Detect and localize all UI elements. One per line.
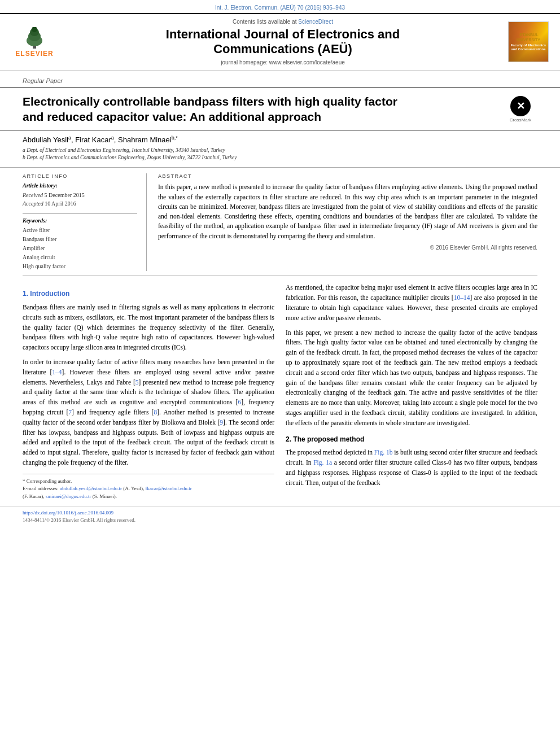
journal-reference: Int. J. Electron. Commun. (AEÜ) 70 (2016… [0,0,560,13]
footer-section: http://dx.doi.org/10.1016/j.aeue.2016.04… [0,506,560,525]
cover-text: ISTANBULUNIVERSITY Faculty of Electronic… [509,32,548,53]
paper-type-label: Regular Paper [23,77,63,84]
body-right-column: As mentioned, the capacitor being major … [286,283,537,500]
keyword-5: High quality factor [23,262,137,271]
affil-sup-a2: a [111,135,114,141]
email-kacar[interactable]: fkacar@istanbul.edu.tr [146,486,192,491]
paper-type-section: Regular Paper [0,71,560,88]
received-date: Received 5 December 2015 [23,191,137,199]
sciencedirect-link[interactable]: ScienceDirect [298,19,333,25]
received-value: 5 December 2015 [45,192,85,198]
elsevier-brand: ELSEVIER [15,50,53,58]
keyword-1: Active filter [23,226,137,235]
email-minaei-name: (S. Minaei). [93,493,117,499]
crossmark-icon: ✕ [510,96,531,116]
ref-link-1-4[interactable]: 1–4 [52,369,62,375]
accepted-label: Accepted [23,200,45,207]
footnote-section: * Corresponding author. E-mail addresses… [23,474,274,501]
email-yesil[interactable]: abdullah.yesil@istanbul.edu.tr [60,486,122,491]
affiliation-a: a Dept. of Electrical and Electronics En… [23,147,537,154]
paper-title: Electronically controllable bandpass fil… [23,94,504,125]
email-kacar-name: (F. Kacar), [23,493,46,499]
body-section: 1. Introduction Bandpass filters are mai… [0,276,560,506]
authors-line: Abdullah Yesila, Firat Kacara, Shahram M… [23,135,537,144]
email-minaei[interactable]: sminaei@dogus.edu.tr [46,493,91,499]
copyright-line: © 2016 Elsevier GmbH. All rights reserve… [158,244,537,251]
section1-para3: As mentioned, the capacitor being major … [286,283,537,323]
section1-para2: In order to increase quality factor of a… [23,357,274,468]
publisher-logo: ELSEVIER [9,19,60,65]
journal-cover-image: ISTANBULUNIVERSITY Faculty of Electronic… [508,21,549,62]
ref-link-8[interactable]: 8 [154,409,157,416]
journal-cover: ISTANBULUNIVERSITY Faculty of Electronic… [506,19,551,65]
footer-doi: http://dx.doi.org/10.1016/j.aeue.2016.04… [23,509,537,517]
keyword-2: Bandpass filter [23,235,137,244]
keywords-section: Keywords: Active filter Bandpass filter … [23,213,137,271]
elsevier-tree-icon [15,27,54,49]
contents-available: Contents lists available at ScienceDirec… [67,19,499,25]
journal-ref-text: Int. J. Electron. Commun. (AEÜ) 70 (2016… [215,5,345,11]
accepted-value: 10 April 2016 [45,200,76,207]
footnote-emails: E-mail addresses: abdullah.yesil@istanbu… [23,485,274,500]
section2-para1: The proposed method depicted in Fig. 1b … [286,448,537,488]
accepted-date: Accepted 10 April 2016 [23,199,137,208]
authors-section: Abdullah Yesila, Firat Kacara, Shahram M… [0,130,560,165]
affil-sup-b: b,* [172,135,178,141]
section1-para4: In this paper, we present a new method t… [286,328,537,429]
affiliations: a Dept. of Electrical and Electronics En… [23,147,537,162]
keyword-4: Analog circuit [23,253,137,262]
keyword-3: Amplifier [23,244,137,253]
article-history-label: Article history: [23,182,137,189]
affil-sup-a1: a [68,135,71,141]
body-left-column: 1. Introduction Bandpass filters are mai… [23,283,274,500]
ref-link-9[interactable]: 9 [220,419,223,426]
ref-fig1a[interactable]: Fig. 1a [313,459,332,466]
elsevier-logo-box: ELSEVIER [10,27,59,58]
journal-header: ELSEVIER Contents lists available at Sci… [0,13,560,71]
ref-link-5[interactable]: 5 [135,379,139,386]
ref-link-7[interactable]: 7 [68,409,72,416]
article-info-column: ARTICLE INFO Article history: Received 5… [23,173,147,271]
section2-title: 2. The proposed method [286,434,537,445]
abstract-column: ABSTRACT In this paper, a new method is … [158,173,537,271]
doi-link[interactable]: http://dx.doi.org/10.1016/j.aeue.2016.04… [23,510,113,516]
cover-subtitle: Faculty of Electronics and Communication… [509,43,548,53]
ref-link-10-14[interactable]: 10–14 [454,294,470,301]
journal-name: International Journal of Electronics and… [67,27,499,57]
email-yesil-name: (A. Yesil), [123,486,145,491]
article-info-abstract-section: ARTICLE INFO Article history: Received 5… [0,167,560,271]
body-columns: 1. Introduction Bandpass filters are mai… [23,283,537,500]
footnote-corresponding: * Corresponding author. [23,478,274,486]
crossmark-badge[interactable]: ✕ CrossMark [504,94,537,123]
title-section: Electronically controllable bandpass fil… [0,88,560,131]
section1-title: 1. Introduction [23,289,274,299]
journal-homepage-url: journal homepage: www.elsevier.com/locat… [67,59,499,65]
info-abstract-columns: ARTICLE INFO Article history: Received 5… [23,173,537,271]
abstract-text: In this paper, a new method is presented… [158,182,537,241]
journal-title-area: Contents lists available at ScienceDirec… [67,19,499,65]
keywords-label: Keywords: [23,217,137,224]
page: Int. J. Electron. Commun. (AEÜ) 70 (2016… [0,0,560,747]
article-info-heading: ARTICLE INFO [23,173,137,179]
contents-label: Contents lists available at [233,19,296,25]
received-label: Received [23,192,45,198]
footer-copyright: 1434-8411/© 2016 Elsevier GmbH. All righ… [23,517,537,523]
affiliation-b: b Dept. of Electronics and Communication… [23,154,537,161]
section1-para1: Bandpass filters are mainly used in filt… [23,303,274,353]
email-label: E-mail addresses: [23,486,60,491]
abstract-heading: ABSTRACT [158,173,537,179]
ref-fig1b[interactable]: Fig. 1b [374,449,393,456]
crossmark-label: CrossMark [510,117,532,123]
ref-link-6[interactable]: 6 [238,399,241,405]
